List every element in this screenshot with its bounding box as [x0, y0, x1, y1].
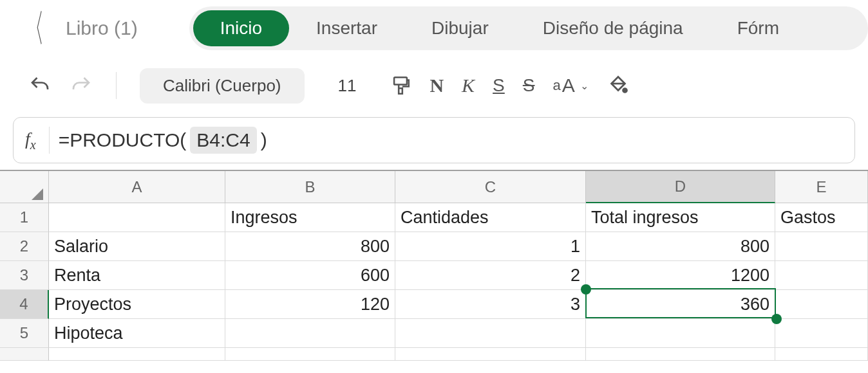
- svg-point-1: [623, 89, 627, 93]
- cell-D5[interactable]: [586, 319, 775, 348]
- tab-dibujar[interactable]: Dibujar: [404, 10, 516, 46]
- column-header-row: A B C D E: [0, 171, 868, 203]
- cell-D1[interactable]: Total ingresos: [586, 203, 775, 232]
- formula-suffix: ): [261, 129, 267, 151]
- cell-B3[interactable]: 600: [225, 261, 395, 290]
- grid-row-4: 4 Proyectos 120 3 360: [0, 290, 868, 319]
- font-name-selector[interactable]: Calibri (Cuerpo): [140, 68, 305, 104]
- row-header-2[interactable]: 2: [0, 232, 49, 261]
- selection-handle-top-left[interactable]: [581, 284, 591, 295]
- tab-formulas[interactable]: Fórm: [710, 10, 806, 46]
- underline-button[interactable]: S: [493, 75, 505, 96]
- cell-D3[interactable]: 1200: [586, 261, 775, 290]
- cell-C1[interactable]: Cantidades: [395, 203, 586, 232]
- grid-row-3: 3 Renta 600 2 1200: [0, 261, 868, 290]
- cell-B5[interactable]: [225, 319, 395, 348]
- redo-button[interactable]: [70, 74, 93, 97]
- cell-E5[interactable]: [775, 319, 868, 348]
- cell-A2[interactable]: Salario: [49, 232, 225, 261]
- back-button[interactable]: 〈: [25, 10, 59, 48]
- ribbon-tabs: Inicio Insertar Dibujar Diseño de página…: [189, 6, 868, 50]
- cell-C6[interactable]: [395, 348, 586, 361]
- cell-A1[interactable]: [49, 203, 225, 232]
- cell-E4[interactable]: [775, 290, 868, 319]
- select-all-corner[interactable]: [0, 171, 49, 203]
- formula-input[interactable]: =PRODUCTO( B4:C4 ): [50, 127, 267, 154]
- bold-button[interactable]: N: [429, 75, 444, 96]
- col-header-B[interactable]: B: [225, 171, 395, 203]
- row-header-5[interactable]: 5: [0, 319, 49, 348]
- formula-prefix: =PRODUCTO(: [59, 129, 187, 151]
- row-header-3[interactable]: 3: [0, 261, 49, 290]
- strikethrough-button[interactable]: S: [523, 75, 535, 96]
- tab-diseno[interactable]: Diseño de página: [516, 10, 710, 46]
- cell-A3[interactable]: Renta: [49, 261, 225, 290]
- cell-C3[interactable]: 2: [395, 261, 586, 290]
- cell-E2[interactable]: [775, 232, 868, 261]
- svg-rect-0: [395, 77, 408, 84]
- cell-B4[interactable]: 120: [225, 290, 395, 319]
- toolbar: Calibri (Cuerpo) 11 N K S S aA⌄: [0, 57, 868, 114]
- cell-C5[interactable]: [395, 319, 586, 348]
- cell-C4[interactable]: 3: [395, 290, 586, 319]
- cell-B2[interactable]: 800: [225, 232, 395, 261]
- cell-E3[interactable]: [775, 261, 868, 290]
- font-size-grow-button[interactable]: aA⌄: [552, 75, 588, 96]
- cell-A6[interactable]: [49, 348, 225, 361]
- format-painter-button[interactable]: [390, 75, 411, 96]
- spreadsheet-grid: A B C D E 1 Ingresos Cantidades Total in…: [0, 170, 868, 361]
- col-header-A[interactable]: A: [49, 171, 225, 203]
- selection-handle-bottom-right[interactable]: [771, 314, 782, 324]
- cell-A5[interactable]: Hipoteca: [49, 319, 225, 348]
- font-size-label: 11: [338, 76, 357, 96]
- cell-A4[interactable]: Proyectos: [49, 290, 225, 319]
- grid-row-6: [0, 348, 868, 361]
- tab-insertar[interactable]: Insertar: [289, 10, 404, 46]
- cell-C2[interactable]: 1: [395, 232, 586, 261]
- grid-row-5: 5 Hipoteca: [0, 319, 868, 348]
- formula-bar[interactable]: fx =PRODUCTO( B4:C4 ): [13, 117, 855, 163]
- cell-B1[interactable]: Ingresos: [225, 203, 395, 232]
- grid-row-1: 1 Ingresos Cantidades Total ingresos Gas…: [0, 203, 868, 232]
- col-header-C[interactable]: C: [395, 171, 586, 203]
- row-header-4[interactable]: 4: [0, 290, 49, 319]
- grid-row-2: 2 Salario 800 1 800: [0, 232, 868, 261]
- undo-button[interactable]: [28, 74, 52, 97]
- cell-D4[interactable]: 360: [586, 290, 775, 319]
- row-header-6[interactable]: [0, 348, 49, 361]
- cell-E1[interactable]: Gastos: [775, 203, 868, 232]
- cell-B6[interactable]: [225, 348, 395, 361]
- cell-D6[interactable]: [586, 348, 775, 361]
- workbook-title[interactable]: Libro (1): [66, 17, 189, 39]
- col-header-D[interactable]: D: [586, 171, 775, 203]
- formula-range[interactable]: B4:C4: [190, 127, 256, 154]
- font-size-selector[interactable]: 11: [323, 68, 372, 104]
- col-header-E[interactable]: E: [775, 171, 868, 203]
- tab-inicio[interactable]: Inicio: [193, 10, 289, 46]
- fill-color-button[interactable]: [607, 74, 630, 97]
- toolbar-divider: [116, 72, 117, 99]
- title-bar: 〈 Libro (1) Inicio Insertar Dibujar Dise…: [0, 0, 868, 57]
- cell-E6[interactable]: [775, 348, 868, 361]
- italic-button[interactable]: K: [462, 75, 475, 96]
- row-header-1[interactable]: 1: [0, 203, 49, 232]
- font-name-label: Calibri (Cuerpo): [163, 76, 281, 96]
- fx-icon: fx: [25, 129, 49, 152]
- cell-D2[interactable]: 800: [586, 232, 775, 261]
